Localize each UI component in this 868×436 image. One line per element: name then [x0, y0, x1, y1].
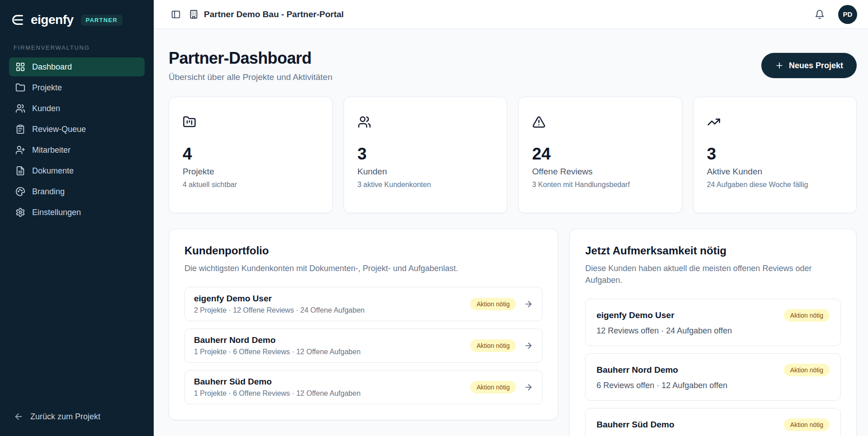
eigenfy-logo-icon — [11, 13, 25, 27]
action-needed-badge: Aktion nötig — [784, 418, 830, 431]
stat-card-offene-reviews: 24 Offene Reviews 3 Konten mit Handlungs… — [518, 97, 682, 213]
users-icon — [358, 115, 371, 129]
sidebar-item-label: Mitarbeiter — [32, 145, 71, 155]
page-subtitle: Übersicht über alle Projekte und Aktivit… — [169, 72, 332, 82]
sidebar-item-review-queue[interactable]: Review-Queue — [9, 120, 145, 139]
customer-stats: 2 Projekte · 12 Offene Reviews · 24 Offe… — [194, 306, 364, 314]
gear-icon — [15, 207, 25, 217]
stat-value: 3 — [707, 145, 843, 164]
arrow-right-icon — [524, 341, 533, 350]
sidebar-item-branding[interactable]: Branding — [9, 182, 145, 201]
customer-name: Bauherr Süd Demo — [194, 377, 361, 387]
page-header-text: Partner-Dashboard Übersicht über alle Pr… — [169, 49, 332, 82]
stat-value: 24 — [532, 145, 668, 164]
portfolio-row[interactable]: Bauherr Nord Demo 1 Projekte · 6 Offene … — [184, 328, 542, 363]
palette-icon — [15, 187, 25, 197]
users-icon — [15, 103, 25, 113]
attention-row: Bauherr Nord Demo Aktion nötig 6 Reviews… — [585, 353, 841, 401]
sidebar-item-label: Branding — [32, 187, 65, 197]
sidebar-item-label: Dokumente — [32, 166, 74, 176]
sidebar-item-einstellungen[interactable]: Einstellungen — [9, 203, 145, 222]
sidebar-toggle-button[interactable] — [168, 7, 184, 22]
sidebar-item-dashboard[interactable]: Dashboard — [9, 57, 145, 76]
page-header: Partner-Dashboard Übersicht über alle Pr… — [169, 49, 857, 82]
clipboard-list-icon — [15, 124, 25, 134]
attention-row: eigenfy Demo User Aktion nötig 12 Review… — [585, 299, 841, 346]
panel-left-icon — [171, 9, 181, 19]
customer-stats: 1 Projekte · 6 Offene Reviews · 12 Offen… — [194, 389, 361, 398]
sidebar-item-dokumente[interactable]: Dokumente — [9, 161, 145, 180]
action-needed-badge: Aktion nötig — [470, 298, 516, 310]
attention-row: Bauherr Süd Demo Aktion nötig — [585, 408, 841, 436]
topbar-title: Partner Demo Bau - Partner-Portal — [204, 9, 344, 19]
portfolio-row[interactable]: eigenfy Demo User 2 Projekte · 12 Offene… — [184, 287, 542, 321]
customer-name: Bauherr Nord Demo — [596, 365, 678, 375]
user-avatar[interactable]: PD — [838, 5, 857, 24]
bell-icon — [815, 9, 825, 19]
portfolio-row-right: Aktion nötig — [470, 339, 533, 352]
notifications-button[interactable] — [812, 7, 827, 22]
stat-card-aktive-kunden: 3 Aktive Kunden 24 Aufgaben diese Woche … — [693, 97, 857, 213]
arrow-left-icon — [14, 412, 24, 422]
stat-card-projekte: 4 Projekte 4 aktuell sichtbar — [169, 97, 333, 213]
action-needed-badge: Aktion nötig — [470, 381, 516, 394]
new-project-button-label: Neues Projekt — [789, 61, 843, 70]
attention-row-head: Bauherr Nord Demo Aktion nötig — [596, 364, 830, 376]
customer-name: eigenfy Demo User — [596, 310, 674, 320]
portfolio-row[interactable]: Bauherr Süd Demo 1 Projekte · 6 Offene R… — [184, 370, 542, 404]
stat-sub: 3 aktive Kundenkonten — [358, 181, 494, 189]
customer-stats: 6 Reviews offen · 12 Aufgaben offen — [596, 381, 830, 390]
sidebar-item-kunden[interactable]: Kunden — [9, 99, 145, 118]
sidebar-item-mitarbeiter[interactable]: Mitarbeiter — [9, 141, 145, 159]
alert-triangle-icon — [532, 115, 546, 129]
stats-row: 4 Projekte 4 aktuell sichtbar 3 Kunden 3… — [169, 97, 857, 213]
topbar-title-group: Partner Demo Bau - Partner-Portal — [189, 9, 344, 19]
stat-card-kunden: 3 Kunden 3 aktive Kundenkonten — [344, 97, 508, 213]
customer-stats: 1 Projekte · 6 Offene Reviews · 12 Offen… — [194, 348, 361, 356]
stat-label: Offene Reviews — [532, 167, 668, 177]
topbar-right: PD — [812, 5, 857, 24]
sidebar-footer: Zurück zum Projekt — [0, 400, 154, 436]
sidebar-section-label: FIRMENVERWALTUNG — [0, 42, 154, 57]
back-to-project-label: Zurück zum Projekt — [30, 412, 100, 422]
stat-sub: 24 Aufgaben diese Woche fällig — [707, 181, 843, 189]
panel-subtitle: Die wichtigsten Kundenkonten mit Dokumen… — [184, 263, 542, 274]
panels-row: Kundenportfolio Die wichtigsten Kundenko… — [169, 229, 857, 436]
sidebar-item-label: Kunden — [32, 104, 60, 113]
panel-title: Jetzt Aufmerksamkeit nötig — [585, 244, 841, 257]
portfolio-row-text: eigenfy Demo User 2 Projekte · 12 Offene… — [194, 294, 364, 314]
sidebar-item-projekte[interactable]: Projekte — [9, 78, 145, 97]
building-icon — [189, 9, 198, 19]
page-title: Partner-Dashboard — [169, 49, 332, 68]
attention-row-head: Bauherr Süd Demo Aktion nötig — [596, 418, 830, 431]
portfolio-row-text: Bauherr Nord Demo 1 Projekte · 6 Offene … — [194, 335, 361, 356]
stat-sub: 4 aktuell sichtbar — [183, 181, 319, 189]
portfolio-row-text: Bauherr Süd Demo 1 Projekte · 6 Offene R… — [194, 377, 361, 398]
back-to-project-link[interactable]: Zurück zum Projekt — [14, 412, 140, 422]
folder-kanban-icon — [183, 115, 196, 129]
document-icon — [15, 166, 25, 176]
attention-list: eigenfy Demo User Aktion nötig 12 Review… — [585, 299, 841, 436]
sidebar-item-label: Dashboard — [32, 62, 72, 72]
sidebar-nav: Dashboard Projekte Kunden Review-Queue M… — [0, 57, 154, 222]
sidebar: eigenfy PARTNER FIRMENVERWALTUNG Dashboa… — [0, 0, 154, 436]
plus-icon — [775, 61, 784, 70]
customer-name: Bauherr Nord Demo — [194, 335, 361, 345]
customer-name: eigenfy Demo User — [194, 294, 364, 304]
trending-up-icon — [707, 115, 721, 129]
sidebar-item-label: Review-Queue — [32, 125, 86, 134]
new-project-button[interactable]: Neues Projekt — [761, 53, 857, 78]
action-needed-badge: Aktion nötig — [784, 309, 830, 322]
stat-value: 4 — [183, 145, 319, 164]
user-plus-icon — [15, 145, 25, 155]
stat-label: Aktive Kunden — [707, 167, 843, 177]
sidebar-item-label: Einstellungen — [32, 208, 81, 217]
customer-name: Bauherr Süd Demo — [596, 420, 674, 430]
portfolio-list: eigenfy Demo User 2 Projekte · 12 Offene… — [184, 287, 542, 404]
page-content: Partner-Dashboard Übersicht über alle Pr… — [154, 29, 868, 436]
stat-label: Kunden — [358, 167, 494, 177]
attention-row-head: eigenfy Demo User Aktion nötig — [596, 309, 830, 322]
main-area: Partner Demo Bau - Partner-Portal PD Par… — [154, 0, 868, 436]
dashboard-grid-icon — [15, 62, 25, 72]
action-needed-badge: Aktion nötig — [784, 364, 830, 376]
